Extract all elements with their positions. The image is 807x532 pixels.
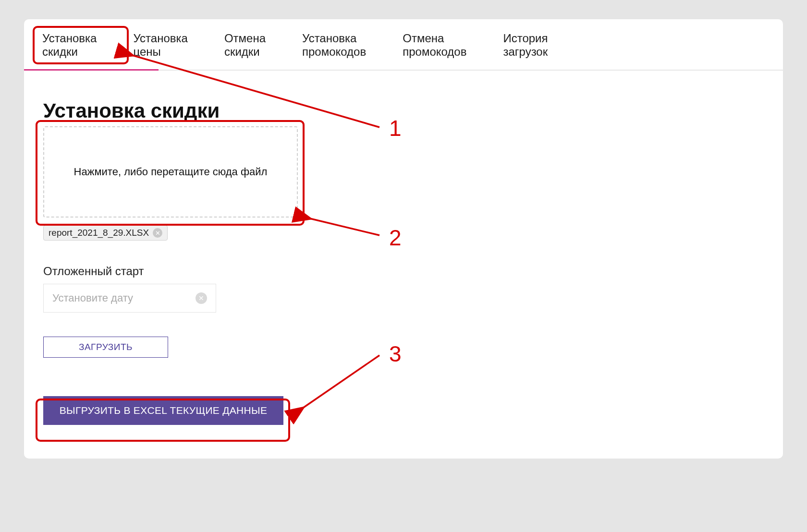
upload-button[interactable]: ЗАГРУЗИТЬ [43,337,168,358]
clear-date-icon[interactable]: ✕ [196,292,207,304]
uploaded-file-chip: report_2021_8_29.XLSX ✕ [43,225,168,241]
delayed-start-input[interactable]: Установите дату ✕ [43,284,216,313]
remove-file-icon[interactable]: ✕ [153,228,162,238]
tab-set-discount[interactable]: Установка скидки [24,19,115,70]
tab-cancel-promocodes[interactable]: Отмена промокодов [384,19,485,70]
tab-cancel-discount[interactable]: Отмена скидки [206,19,284,70]
main-panel: Установка скидки Установка цены Отмена с… [24,19,783,459]
active-tab-underline [24,69,159,71]
date-placeholder: Установите дату [52,292,133,304]
delayed-start-label: Отложенный старт [43,265,764,278]
tab-set-price[interactable]: Установка цены [115,19,206,70]
tab-upload-history[interactable]: История загрузок [485,19,566,70]
file-chip-name: report_2021_8_29.XLSX [49,228,149,238]
content-area: Установка скидки Нажмите, либо перетащит… [24,71,783,444]
export-excel-button-label: ВЫГРУЗИТЬ В EXCEL ТЕКУЩИЕ ДАННЫЕ [60,405,267,416]
tab-bar: Установка скидки Установка цены Отмена с… [24,19,783,71]
dropzone-text: Нажмите, либо перетащите сюда файл [74,166,268,178]
export-excel-button[interactable]: ВЫГРУЗИТЬ В EXCEL ТЕКУЩИЕ ДАННЫЕ [43,396,283,425]
page-title: Установка скидки [43,99,764,122]
tab-set-promocodes[interactable]: Установка промокодов [284,19,384,70]
file-dropzone[interactable]: Нажмите, либо перетащите сюда файл [43,126,298,218]
upload-button-label: ЗАГРУЗИТЬ [79,342,133,352]
